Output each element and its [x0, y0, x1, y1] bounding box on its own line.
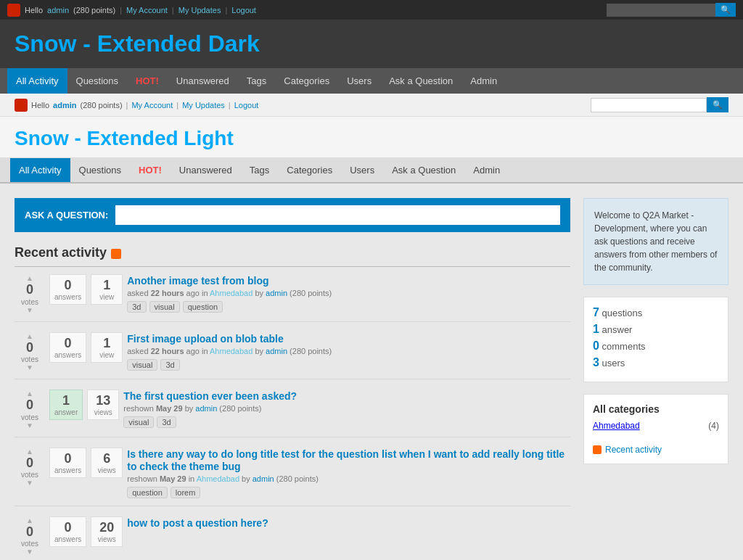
- recent-activity-link[interactable]: Recent activity: [593, 445, 719, 455]
- upvote-arrow[interactable]: ▲: [26, 516, 33, 524]
- question-link[interactable]: Another image test from blog: [127, 275, 268, 287]
- light-points: (280 points): [80, 101, 122, 110]
- dark-nav-ask[interactable]: Ask a Question: [380, 68, 461, 94]
- tag-item[interactable]: visual: [149, 301, 180, 313]
- upvote-arrow[interactable]: ▲: [26, 448, 33, 456]
- tag-item[interactable]: visual: [127, 359, 157, 371]
- question-link[interactable]: First image upload on blob table: [127, 333, 283, 345]
- rss-icon: [111, 249, 121, 259]
- tag-item[interactable]: 3d: [160, 359, 179, 371]
- answers-count: 0: [54, 451, 81, 466]
- welcome-box: Welcome to Q2A Market - Development, whe…: [583, 198, 728, 285]
- views-label: views: [92, 408, 114, 416]
- light-nav-hot[interactable]: HOT!: [130, 158, 171, 182]
- location-link[interactable]: Ahmedabad: [197, 474, 239, 483]
- light-search-input[interactable]: [591, 98, 707, 112]
- dark-nav-admin[interactable]: Admin: [461, 68, 506, 94]
- author-link[interactable]: admin: [253, 474, 274, 483]
- rss-small-icon: [593, 445, 602, 454]
- light-nav-tags[interactable]: Tags: [241, 158, 278, 182]
- dark-nav-all-activity[interactable]: All Activity: [7, 68, 67, 94]
- question-title: First image upload on blob table: [127, 332, 570, 345]
- question-body: how to post a question here?: [127, 516, 570, 529]
- dark-nav-hot[interactable]: HOT!: [127, 68, 168, 94]
- tag-item[interactable]: visual: [123, 416, 154, 428]
- vote-count: 0: [26, 340, 33, 356]
- dark-myupdates-link[interactable]: My Updates: [178, 6, 221, 15]
- dark-search-input[interactable]: [607, 4, 715, 17]
- question-link[interactable]: The first question ever been asked?: [123, 390, 297, 402]
- question-meta: reshown May 29 in Ahmedabad by admin (28…: [127, 474, 570, 483]
- location-link[interactable]: Ahmedabad: [210, 347, 253, 355]
- dark-logout-link[interactable]: Logout: [231, 6, 256, 15]
- dark-greeting: Hello: [25, 6, 43, 15]
- author-link[interactable]: admin: [266, 347, 287, 355]
- downvote-arrow[interactable]: ▼: [26, 421, 33, 429]
- vote-box: ▲ 0 votes ▼: [15, 274, 45, 314]
- light-nav-users[interactable]: Users: [341, 158, 383, 182]
- question-title: Is there any way to do long title test f…: [127, 448, 570, 472]
- vote-count: 0: [26, 282, 33, 298]
- light-top-nav: Hello admin (280 points) | My Account | …: [0, 94, 743, 117]
- author-link[interactable]: admin: [195, 404, 217, 413]
- dark-search-button[interactable]: 🔍: [715, 3, 736, 17]
- light-nav-questions[interactable]: Questions: [70, 158, 131, 182]
- light-nav-unanswered[interactable]: Unanswered: [171, 158, 241, 182]
- dark-search-box: 🔍: [607, 3, 736, 17]
- welcome-text: Welcome to Q2A Market - Development, whe…: [594, 210, 717, 273]
- upvote-arrow[interactable]: ▲: [26, 390, 33, 398]
- category-row: Ahmedabad (4): [593, 421, 719, 431]
- downvote-arrow[interactable]: ▼: [26, 306, 33, 314]
- upvote-arrow[interactable]: ▲: [26, 332, 33, 340]
- downvote-arrow[interactable]: ▼: [26, 479, 33, 487]
- tag-item[interactable]: question: [127, 487, 168, 498]
- answers-count: 0: [54, 336, 81, 351]
- category-count: (4): [708, 421, 719, 431]
- dark-myaccount-link[interactable]: My Account: [126, 6, 168, 15]
- light-nav-categories[interactable]: Categories: [278, 158, 341, 182]
- question-link[interactable]: how to post a question here?: [127, 517, 268, 529]
- question-body: Is there any way to do long title test f…: [127, 448, 570, 498]
- author-link[interactable]: admin: [266, 289, 287, 297]
- answers-box: 0 answers: [49, 516, 86, 547]
- light-nav-all-activity[interactable]: All Activity: [10, 158, 70, 182]
- dark-nav-unanswered[interactable]: Unanswered: [168, 68, 238, 94]
- dark-username-link[interactable]: admin: [47, 6, 69, 15]
- tag-item[interactable]: lorem: [171, 487, 201, 498]
- upvote-arrow[interactable]: ▲: [26, 274, 33, 282]
- light-myaccount-link[interactable]: My Account: [131, 101, 173, 110]
- dark-nav-users[interactable]: Users: [338, 68, 380, 94]
- ask-bar-input[interactable]: [115, 205, 560, 225]
- light-nav-admin[interactable]: Admin: [464, 158, 509, 182]
- dark-nav-tags[interactable]: Tags: [238, 68, 275, 94]
- answers-count: 1: [593, 323, 599, 335]
- light-nav-ask[interactable]: Ask a Question: [383, 158, 464, 182]
- views-count: 6: [96, 451, 118, 466]
- views-label: view: [96, 351, 118, 359]
- dark-site-title: Snow - Extended Dark: [15, 30, 728, 57]
- dark-nav-categories[interactable]: Categories: [275, 68, 338, 94]
- downvote-arrow[interactable]: ▼: [26, 363, 33, 371]
- light-myupdates-link[interactable]: My Updates: [182, 101, 225, 110]
- location-link[interactable]: Ahmedabad: [210, 289, 253, 297]
- tag-item[interactable]: question: [183, 301, 223, 313]
- views-label: views: [96, 466, 118, 474]
- question-link[interactable]: Is there any way to do long title test f…: [127, 448, 565, 472]
- question-meta: asked 22 hours ago in Ahmedabad by admin…: [127, 347, 570, 355]
- questions-label: questions: [602, 308, 643, 318]
- light-logout-link[interactable]: Logout: [234, 101, 259, 110]
- tag-item[interactable]: 3d: [127, 301, 146, 313]
- views-box: 1 view: [91, 274, 123, 305]
- tag-item[interactable]: 3d: [157, 416, 176, 428]
- views-label: views: [96, 535, 118, 543]
- light-search-button[interactable]: 🔍: [707, 97, 728, 112]
- light-search-box: 🔍: [591, 97, 728, 112]
- category-link[interactable]: Ahmedabad: [593, 421, 640, 431]
- light-username-link[interactable]: admin: [53, 101, 76, 110]
- downvote-arrow[interactable]: ▼: [26, 548, 33, 556]
- views-count: 13: [92, 393, 114, 408]
- comments-count: 0: [593, 339, 599, 352]
- answers-count: 0: [54, 520, 81, 535]
- dark-nav-questions[interactable]: Questions: [67, 68, 128, 94]
- answers-count: 1: [54, 393, 78, 408]
